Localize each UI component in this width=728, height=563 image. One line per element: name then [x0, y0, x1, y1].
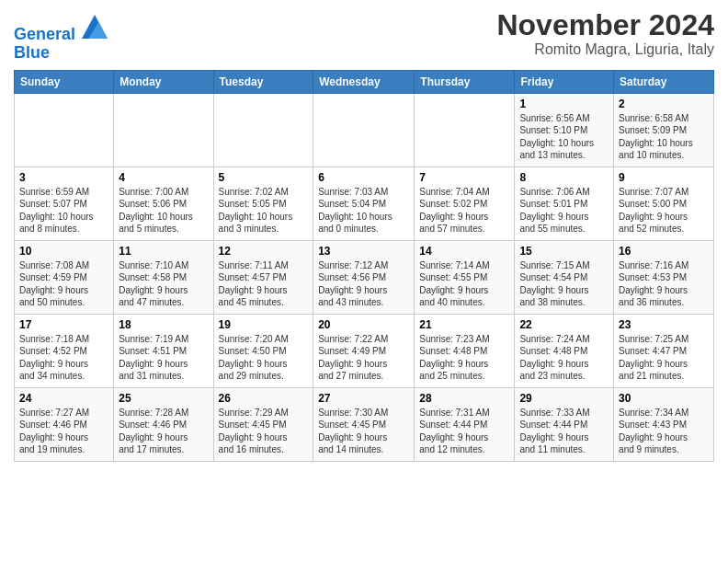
weekday-header-saturday: Saturday — [614, 70, 714, 93]
day-info: Sunrise: 6:58 AMSunset: 5:09 PMDaylight:… — [619, 112, 709, 162]
logo-blue: Blue — [14, 44, 108, 63]
calendar-week-1: 3Sunrise: 6:59 AMSunset: 5:07 PMDaylight… — [15, 167, 714, 240]
calendar-cell: 24Sunrise: 7:27 AMSunset: 4:46 PMDayligh… — [15, 387, 114, 461]
day-number: 19 — [219, 318, 309, 331]
day-number: 4 — [119, 171, 208, 184]
calendar-cell: 14Sunrise: 7:14 AMSunset: 4:55 PMDayligh… — [415, 240, 515, 314]
calendar-cell: 2Sunrise: 6:58 AMSunset: 5:09 PMDaylight… — [614, 93, 714, 167]
calendar-cell: 27Sunrise: 7:30 AMSunset: 4:45 PMDayligh… — [313, 387, 415, 461]
weekday-header-friday: Friday — [515, 70, 614, 93]
calendar-cell: 11Sunrise: 7:10 AMSunset: 4:58 PMDayligh… — [114, 240, 213, 314]
day-number: 21 — [419, 318, 509, 331]
day-info: Sunrise: 7:24 AMSunset: 4:48 PMDaylight:… — [519, 333, 609, 383]
day-info: Sunrise: 6:59 AMSunset: 5:07 PMDaylight:… — [19, 186, 108, 236]
calendar-cell: 28Sunrise: 7:31 AMSunset: 4:44 PMDayligh… — [415, 387, 515, 461]
main-title: November 2024 — [496, 9, 714, 41]
day-number: 1 — [519, 98, 609, 110]
day-info: Sunrise: 7:31 AMSunset: 4:44 PMDaylight:… — [419, 407, 509, 456]
calendar-cell: 4Sunrise: 7:00 AMSunset: 5:06 PMDaylight… — [114, 167, 213, 240]
calendar-cell: 12Sunrise: 7:11 AMSunset: 4:57 PMDayligh… — [213, 240, 313, 314]
logo-text: General — [14, 14, 108, 44]
day-info: Sunrise: 7:11 AMSunset: 4:57 PMDaylight:… — [219, 259, 309, 309]
day-number: 26 — [219, 392, 309, 405]
calendar-cell: 10Sunrise: 7:08 AMSunset: 4:59 PMDayligh… — [15, 240, 114, 314]
day-number: 12 — [219, 245, 309, 258]
subtitle: Romito Magra, Liguria, Italy — [496, 41, 714, 58]
day-info: Sunrise: 7:20 AMSunset: 4:50 PMDaylight:… — [219, 333, 309, 383]
calendar-cell: 17Sunrise: 7:18 AMSunset: 4:52 PMDayligh… — [15, 314, 114, 387]
calendar-cell: 18Sunrise: 7:19 AMSunset: 4:51 PMDayligh… — [114, 314, 213, 387]
calendar-cell: 16Sunrise: 7:16 AMSunset: 4:53 PMDayligh… — [614, 240, 714, 314]
calendar-cell: 5Sunrise: 7:02 AMSunset: 5:05 PMDaylight… — [213, 167, 313, 240]
calendar-cell: 23Sunrise: 7:25 AMSunset: 4:47 PMDayligh… — [614, 314, 714, 387]
calendar-cell — [213, 93, 313, 167]
weekday-header-monday: Monday — [114, 70, 213, 93]
day-info: Sunrise: 7:08 AMSunset: 4:59 PMDaylight:… — [19, 259, 108, 309]
calendar-cell: 3Sunrise: 6:59 AMSunset: 5:07 PMDaylight… — [15, 167, 114, 240]
day-info: Sunrise: 7:19 AMSunset: 4:51 PMDaylight:… — [119, 333, 208, 383]
calendar-cell: 21Sunrise: 7:23 AMSunset: 4:48 PMDayligh… — [415, 314, 515, 387]
day-number: 30 — [619, 392, 709, 405]
weekday-header-thursday: Thursday — [415, 70, 515, 93]
calendar-cell: 8Sunrise: 7:06 AMSunset: 5:01 PMDaylight… — [515, 167, 614, 240]
calendar-week-0: 1Sunrise: 6:56 AMSunset: 5:10 PMDaylight… — [15, 93, 714, 167]
calendar-cell: 30Sunrise: 7:34 AMSunset: 4:43 PMDayligh… — [614, 387, 714, 461]
day-info: Sunrise: 7:00 AMSunset: 5:06 PMDaylight:… — [119, 186, 208, 236]
title-area: November 2024 Romito Magra, Liguria, Ita… — [496, 9, 714, 58]
header-row: SundayMondayTuesdayWednesdayThursdayFrid… — [15, 70, 714, 93]
day-info: Sunrise: 7:12 AMSunset: 4:56 PMDaylight:… — [318, 259, 409, 309]
calendar-cell: 19Sunrise: 7:20 AMSunset: 4:50 PMDayligh… — [213, 314, 313, 387]
day-number: 22 — [519, 318, 609, 331]
day-info: Sunrise: 7:10 AMSunset: 4:58 PMDaylight:… — [119, 259, 208, 309]
calendar-cell: 26Sunrise: 7:29 AMSunset: 4:45 PMDayligh… — [213, 387, 313, 461]
calendar-body: 1Sunrise: 6:56 AMSunset: 5:10 PMDaylight… — [15, 93, 714, 461]
calendar-cell — [15, 93, 114, 167]
day-number: 14 — [419, 245, 509, 258]
calendar-cell: 13Sunrise: 7:12 AMSunset: 4:56 PMDayligh… — [313, 240, 415, 314]
weekday-header-wednesday: Wednesday — [313, 70, 415, 93]
calendar-cell — [114, 93, 213, 167]
day-info: Sunrise: 7:28 AMSunset: 4:46 PMDaylight:… — [119, 407, 208, 456]
day-info: Sunrise: 7:14 AMSunset: 4:55 PMDaylight:… — [419, 259, 509, 309]
day-info: Sunrise: 7:15 AMSunset: 4:54 PMDaylight:… — [519, 259, 609, 309]
day-number: 11 — [119, 245, 208, 258]
day-number: 23 — [619, 318, 709, 331]
day-info: Sunrise: 7:06 AMSunset: 5:01 PMDaylight:… — [519, 186, 609, 236]
day-number: 25 — [119, 392, 208, 405]
day-number: 2 — [619, 98, 709, 110]
day-info: Sunrise: 7:33 AMSunset: 4:44 PMDaylight:… — [519, 407, 609, 456]
day-number: 29 — [519, 392, 609, 405]
calendar-week-3: 17Sunrise: 7:18 AMSunset: 4:52 PMDayligh… — [15, 314, 714, 387]
calendar-week-2: 10Sunrise: 7:08 AMSunset: 4:59 PMDayligh… — [15, 240, 714, 314]
calendar-cell: 15Sunrise: 7:15 AMSunset: 4:54 PMDayligh… — [515, 240, 614, 314]
calendar-cell: 6Sunrise: 7:03 AMSunset: 5:04 PMDaylight… — [313, 167, 415, 240]
day-info: Sunrise: 7:07 AMSunset: 5:00 PMDaylight:… — [619, 186, 709, 236]
day-number: 16 — [619, 245, 709, 258]
calendar-cell — [415, 93, 515, 167]
day-info: Sunrise: 7:27 AMSunset: 4:46 PMDaylight:… — [19, 407, 108, 456]
calendar-cell: 25Sunrise: 7:28 AMSunset: 4:46 PMDayligh… — [114, 387, 213, 461]
day-info: Sunrise: 7:18 AMSunset: 4:52 PMDaylight:… — [19, 333, 108, 383]
day-number: 5 — [219, 171, 309, 184]
day-number: 24 — [19, 392, 108, 405]
calendar-cell — [313, 93, 415, 167]
calendar-cell: 1Sunrise: 6:56 AMSunset: 5:10 PMDaylight… — [515, 93, 614, 167]
calendar-cell: 22Sunrise: 7:24 AMSunset: 4:48 PMDayligh… — [515, 314, 614, 387]
day-number: 13 — [318, 245, 409, 258]
logo-general: General — [14, 25, 75, 43]
day-info: Sunrise: 7:23 AMSunset: 4:48 PMDaylight:… — [419, 333, 509, 383]
day-info: Sunrise: 7:30 AMSunset: 4:45 PMDaylight:… — [318, 407, 409, 456]
day-info: Sunrise: 7:03 AMSunset: 5:04 PMDaylight:… — [318, 186, 409, 236]
weekday-header-tuesday: Tuesday — [213, 70, 313, 93]
day-info: Sunrise: 6:56 AMSunset: 5:10 PMDaylight:… — [519, 112, 609, 162]
calendar-table: SundayMondayTuesdayWednesdayThursdayFrid… — [14, 70, 714, 462]
calendar-header: SundayMondayTuesdayWednesdayThursdayFrid… — [15, 70, 714, 93]
weekday-header-sunday: Sunday — [15, 70, 114, 93]
calendar-cell: 7Sunrise: 7:04 AMSunset: 5:02 PMDaylight… — [415, 167, 515, 240]
day-number: 27 — [318, 392, 409, 405]
day-number: 8 — [519, 171, 609, 184]
day-number: 9 — [619, 171, 709, 184]
day-number: 6 — [318, 171, 409, 184]
day-number: 28 — [419, 392, 509, 405]
day-info: Sunrise: 7:29 AMSunset: 4:45 PMDaylight:… — [219, 407, 309, 456]
